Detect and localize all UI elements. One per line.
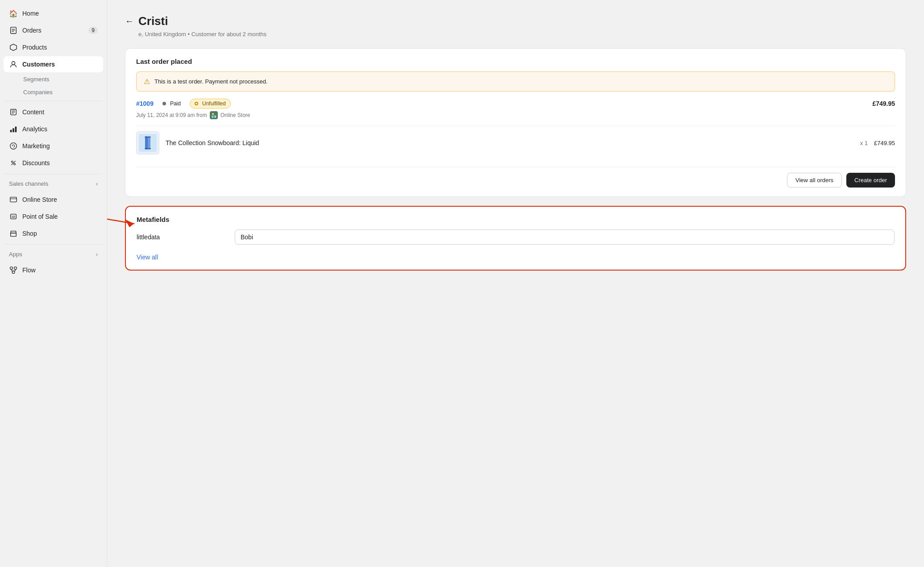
metafields-view-all-link[interactable]: View all	[137, 254, 158, 261]
sidebar-item-content[interactable]: Content	[4, 104, 103, 120]
customers-icon	[9, 60, 18, 69]
home-icon: 🏠	[9, 9, 18, 18]
content-icon	[9, 108, 18, 117]
view-all-orders-button[interactable]: View all orders	[787, 173, 842, 188]
card-footer: View all orders Create order	[136, 167, 895, 188]
unfulfilled-dot	[195, 102, 198, 105]
sales-channels-chevron: ›	[96, 181, 98, 187]
metafields-card: Metafields littledata View all	[125, 206, 906, 271]
order-date: July 11, 2024 at 9:09 am from	[136, 112, 207, 118]
point-of-sale-icon	[9, 212, 18, 221]
product-name: The Collection Snowboard: Liquid	[166, 139, 854, 146]
online-store-icon	[9, 195, 18, 204]
svg-rect-16	[10, 197, 17, 202]
svg-point-12	[10, 143, 17, 149]
svg-rect-23	[13, 217, 14, 218]
apps-section[interactable]: Apps ›	[4, 247, 103, 261]
sidebar-divider-2	[4, 174, 103, 174]
unfulfilled-badge: Unfulfilled	[190, 99, 231, 108]
sidebar-item-customers-label: Customers	[22, 61, 55, 68]
sidebar-item-flow-label: Flow	[22, 267, 36, 274]
svg-point-13	[12, 161, 13, 163]
svg-rect-21	[14, 216, 15, 217]
svg-point-14	[14, 163, 16, 165]
sidebar-item-pos-label: Point of Sale	[22, 213, 58, 220]
sidebar-item-shop[interactable]: Shop	[4, 225, 103, 242]
page-subtitle: e, United Kingdom • Customer for about 2…	[138, 31, 906, 38]
sidebar-item-products-label: Products	[22, 44, 47, 51]
alert-text: This is a test order. Payment not proces…	[154, 78, 268, 85]
svg-rect-26	[10, 267, 12, 269]
svg-rect-10	[12, 128, 14, 132]
sidebar-item-products[interactable]: Products	[4, 39, 103, 55]
marketing-icon	[9, 142, 18, 150]
svg-rect-22	[12, 217, 12, 218]
sidebar-sub-segments-label: Segments	[23, 76, 50, 83]
page-header: ← Cristi	[125, 14, 906, 28]
sidebar-item-marketing-label: Marketing	[22, 142, 50, 150]
svg-rect-19	[12, 216, 12, 217]
paid-label: Paid	[170, 100, 181, 107]
back-button[interactable]: ←	[125, 16, 134, 26]
metafield-row: littledata	[137, 229, 895, 245]
svg-rect-31	[148, 136, 150, 150]
paid-badge: Paid	[158, 99, 185, 108]
sidebar-sub-item-companies[interactable]: Companies	[4, 86, 103, 98]
sidebar-divider-1	[4, 101, 103, 101]
sidebar-item-customers[interactable]: Customers	[4, 56, 103, 72]
sidebar: 🏠 Home Orders 9 Products Customers Segme…	[0, 0, 107, 567]
svg-line-15	[12, 161, 16, 165]
sidebar-item-online-store[interactable]: Online Store	[4, 192, 103, 208]
sidebar-sub-item-segments[interactable]: Segments	[4, 73, 103, 85]
sidebar-item-marketing[interactable]: Marketing	[4, 138, 103, 154]
store-name: Online Store	[221, 112, 250, 118]
product-row: The Collection Snowboard: Liquid x 1 £74…	[136, 125, 895, 160]
main-content: ← Cristi e, United Kingdom • Customer fo…	[107, 0, 924, 567]
sidebar-item-online-store-label: Online Store	[22, 196, 57, 203]
flow-icon	[9, 266, 18, 275]
sales-channels-section[interactable]: Sales channels ›	[4, 177, 103, 191]
shop-icon	[9, 229, 18, 238]
sidebar-item-analytics-label: Analytics	[22, 125, 47, 133]
svg-rect-28	[12, 271, 14, 273]
analytics-icon	[9, 125, 18, 133]
product-image	[136, 131, 159, 154]
product-price: £749.95	[874, 140, 895, 146]
svg-rect-20	[13, 216, 14, 217]
last-order-title: Last order placed	[136, 58, 895, 65]
sidebar-item-home[interactable]: 🏠 Home	[4, 5, 103, 21]
sidebar-item-discounts[interactable]: Discounts	[4, 155, 103, 171]
svg-rect-11	[15, 127, 17, 133]
unfulfilled-label: Unfulfilled	[202, 100, 226, 107]
last-order-card: Last order placed ⚠ This is a test order…	[125, 48, 906, 197]
orders-icon	[9, 26, 18, 35]
sidebar-item-point-of-sale[interactable]: Point of Sale	[4, 208, 103, 225]
orders-badge: 9	[88, 27, 98, 34]
sidebar-item-analytics[interactable]: Analytics	[4, 121, 103, 137]
product-qty: x 1	[860, 140, 868, 146]
sidebar-item-orders[interactable]: Orders 9	[4, 22, 103, 38]
svg-rect-9	[10, 130, 12, 132]
sidebar-item-content-label: Content	[22, 108, 44, 116]
order-header: #1009 Paid Unfulfilled £749.95	[136, 99, 895, 108]
metafield-input[interactable]	[235, 229, 895, 245]
metafield-label: littledata	[137, 233, 226, 241]
order-number[interactable]: #1009	[136, 100, 154, 107]
page-title: Cristi	[138, 14, 168, 28]
sidebar-divider-3	[4, 244, 103, 245]
create-order-button[interactable]: Create order	[846, 173, 895, 188]
svg-rect-27	[14, 267, 17, 269]
sidebar-item-shop-label: Shop	[22, 230, 37, 237]
order-meta: July 11, 2024 at 9:09 am from 🏪 Online S…	[136, 111, 895, 119]
svg-rect-24	[14, 217, 15, 218]
svg-rect-32	[145, 137, 151, 138]
sidebar-item-home-label: Home	[22, 10, 39, 17]
sidebar-sub-companies-label: Companies	[23, 89, 53, 96]
sidebar-item-flow[interactable]: Flow	[4, 262, 103, 278]
annotation-container: Metafields littledata View all	[125, 206, 906, 271]
metafields-title: Metafields	[137, 216, 895, 223]
discounts-icon	[9, 158, 18, 167]
svg-rect-25	[11, 233, 17, 236]
apps-chevron: ›	[96, 251, 98, 258]
order-price: £749.95	[872, 100, 895, 107]
